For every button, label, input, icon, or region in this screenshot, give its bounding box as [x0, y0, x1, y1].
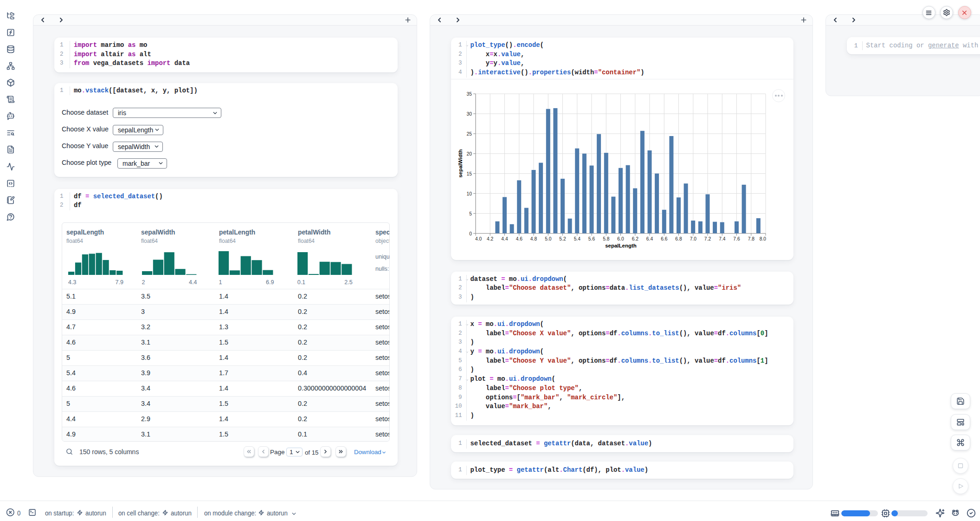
svg-text:4.6: 4.6 [516, 236, 523, 241]
svg-text:4.0: 4.0 [475, 236, 482, 241]
svg-text:5.0: 5.0 [545, 236, 552, 241]
svg-text:5.4: 5.4 [574, 236, 581, 241]
svg-text:7.4: 7.4 [719, 236, 726, 241]
svg-text:15: 15 [467, 171, 472, 176]
svg-text:7.8: 7.8 [748, 236, 755, 241]
svg-text:5.6: 5.6 [588, 236, 595, 241]
svg-text:7.6: 7.6 [733, 236, 740, 241]
svg-text:6.4: 6.4 [646, 236, 653, 241]
svg-text:4.8: 4.8 [530, 236, 537, 241]
svg-text:30: 30 [467, 111, 472, 117]
svg-text:25: 25 [467, 131, 472, 137]
svg-text:35: 35 [467, 91, 472, 97]
svg-text:6.2: 6.2 [632, 236, 639, 241]
svg-text:10: 10 [467, 191, 472, 196]
svg-text:6.6: 6.6 [661, 236, 668, 241]
svg-text:6.8: 6.8 [675, 236, 682, 241]
svg-text:7.0: 7.0 [690, 236, 697, 241]
svg-text:5: 5 [469, 211, 472, 216]
svg-text:20: 20 [467, 151, 472, 156]
svg-text:0: 0 [469, 231, 472, 236]
svg-text:4.2: 4.2 [487, 236, 494, 241]
svg-text:7.2: 7.2 [704, 236, 711, 241]
svg-text:5.2: 5.2 [559, 236, 566, 241]
svg-text:6.0: 6.0 [617, 236, 624, 241]
svg-text:4.4: 4.4 [501, 236, 508, 241]
svg-text:sepalWidth: sepalWidth [458, 149, 463, 177]
svg-text:8.0: 8.0 [760, 236, 767, 241]
svg-text:5.8: 5.8 [603, 236, 610, 241]
svg-text:sepalLength: sepalLength [605, 243, 637, 248]
